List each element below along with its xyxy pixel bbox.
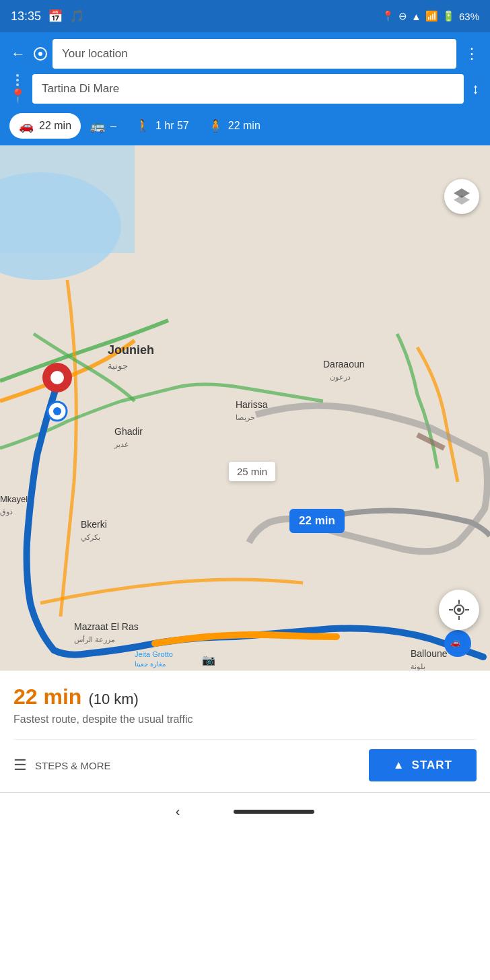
calendar-icon: 📅	[48, 9, 63, 24]
svg-text:Jounieh: Jounieh	[108, 343, 154, 357]
spotify-icon: 🎵	[69, 9, 84, 24]
dnd-icon: ⊖	[398, 10, 407, 22]
route-info-panel: 22 min (10 km) Fastest route, despite th…	[0, 670, 490, 792]
walk-tab[interactable]: 🚶 1 hr 57	[126, 113, 199, 139]
svg-rect-2	[0, 145, 135, 253]
back-button[interactable]: ←	[8, 42, 28, 65]
bottom-nav-bar: ‹	[0, 792, 490, 830]
destination-input[interactable]	[32, 74, 464, 104]
battery-percent: 63%	[459, 11, 479, 22]
svg-marker-32	[454, 195, 470, 205]
ride-time: 22 min	[228, 120, 260, 132]
start-label: START	[412, 759, 452, 772]
map-view[interactable]: Jounieh جونية Daraaoun درعون Harissa حري…	[0, 145, 490, 670]
battery-icon: 🔋	[442, 10, 455, 22]
drive-tab[interactable]: 🚗 22 min	[9, 113, 81, 139]
walk-time: 1 hr 57	[155, 120, 189, 132]
steps-label: STEPS & MORE	[35, 760, 111, 771]
location-status-icon: 📍	[382, 10, 394, 22]
swap-routes-button[interactable]: ↕	[469, 77, 482, 100]
svg-text:جونية: جونية	[108, 361, 128, 372]
svg-text:Bkerki: Bkerki	[81, 519, 107, 530]
nav-bar: ← ⋮ 📍 ↕	[0, 32, 490, 109]
alternate-route-time-badge[interactable]: 25 min	[229, 462, 275, 481]
ride-icon: 🧍	[208, 118, 223, 133]
svg-text:بكركي: بكركي	[81, 533, 100, 542]
origin-input[interactable]	[53, 39, 456, 69]
svg-text:حريصا: حريصا	[236, 413, 255, 422]
start-arrow-icon: ▲	[393, 759, 405, 772]
route-description: Fastest route, despite the usual traffic	[13, 713, 477, 726]
signal-icon: 📶	[425, 10, 438, 22]
destination-pin-icon: 📍	[9, 88, 26, 104]
svg-point-26	[53, 407, 61, 415]
route-distance: (10 km)	[88, 691, 139, 708]
svg-text:Jeita Grotto: Jeita Grotto	[135, 650, 173, 658]
route-dots	[16, 74, 19, 86]
svg-text:📷: 📷	[202, 654, 215, 666]
svg-text:Mkayel: Mkayel	[0, 494, 28, 504]
svg-point-24	[50, 371, 64, 384]
svg-text:Mazraat El Ras: Mazraat El Ras	[74, 621, 139, 632]
transit-tab[interactable]: 🚌 –	[81, 113, 126, 139]
svg-text:بلونة: بلونة	[411, 662, 425, 670]
drive-time: 22 min	[39, 120, 71, 132]
system-back-button[interactable]: ‹	[176, 804, 180, 819]
svg-text:ذوق: ذوق	[0, 508, 13, 516]
route-time: 22 min	[13, 685, 81, 709]
svg-text:Daraaoun: Daraaoun	[323, 359, 365, 370]
svg-text:مغارة جعيتا: مغارة جعيتا	[135, 660, 166, 668]
steps-more-button[interactable]: ☰ STEPS & MORE	[13, 757, 111, 774]
more-options-button[interactable]: ⋮	[462, 42, 482, 65]
status-time: 13:35	[11, 9, 41, 24]
svg-text:Ghadir: Ghadir	[114, 426, 143, 437]
transit-icon: 🚌	[90, 118, 105, 133]
svg-text:درعون: درعون	[330, 373, 351, 382]
ride-tab[interactable]: 🧍 22 min	[199, 113, 270, 139]
transit-time: –	[110, 120, 116, 132]
status-bar: 13:35 📅 🎵 📍 ⊖ ▲ 📶 🔋 63%	[0, 0, 490, 32]
start-navigation-button[interactable]: ▲ START	[369, 749, 477, 781]
walk-icon: 🚶	[135, 118, 150, 133]
svg-text:غدير: غدير	[114, 440, 129, 449]
svg-point-38	[457, 608, 461, 612]
transport-tabs: 🚗 22 min 🚌 – 🚶 1 hr 57 🧍 22 min	[0, 109, 490, 145]
svg-text:🚗: 🚗	[450, 637, 460, 648]
drive-icon: 🚗	[19, 118, 34, 133]
locate-me-button[interactable]	[439, 590, 479, 630]
primary-route-time-badge[interactable]: 22 min	[289, 509, 345, 533]
map-layer-button[interactable]	[444, 179, 479, 214]
gesture-bar	[234, 810, 314, 814]
origin-dot-icon	[34, 47, 47, 61]
svg-text:Harissa: Harissa	[236, 399, 268, 410]
svg-text:مزرعة الرأس: مزرعة الرأس	[74, 635, 115, 644]
wifi-icon: ▲	[411, 11, 421, 22]
svg-text:Balloune: Balloune	[411, 648, 448, 659]
steps-list-icon: ☰	[13, 757, 27, 774]
